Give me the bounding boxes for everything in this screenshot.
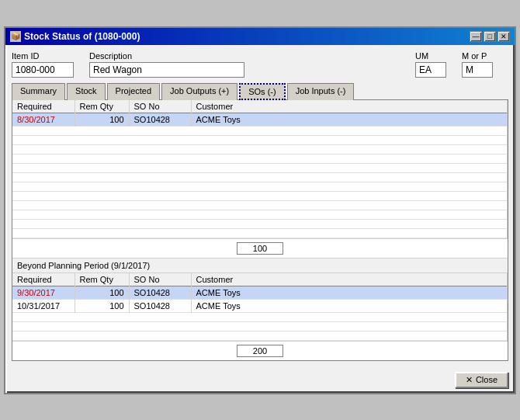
spacer-row3 [12, 144, 508, 154]
spacer-row8 [12, 191, 508, 200]
required-cell: 8/30/2017 [12, 113, 75, 126]
col-required-1: Required [12, 100, 75, 113]
spacer-row7 [12, 182, 508, 191]
table2-total: 200 [237, 345, 283, 357]
remqty-cell: 100 [75, 286, 129, 299]
col-required-2: Required [12, 273, 75, 286]
spacer-row10 [12, 210, 508, 219]
window-title: Stock Status of (1080-000) [24, 31, 140, 42]
col-customer-2: Customer [191, 273, 508, 286]
table1: Required Rem Qty SO No Customer 8/30/201… [12, 100, 508, 238]
remqty-cell: 100 [75, 113, 129, 126]
customer-cell: ACME Toys [191, 113, 508, 126]
header-fields: Item ID 1080-000 Description Red Wagon U… [12, 51, 508, 78]
title-bar-left: 📦 Stock Status of (1080-000) [10, 31, 140, 42]
tab-projected[interactable]: Projected [107, 83, 160, 100]
customer-cell: ACME Toys [191, 299, 508, 312]
item-id-label: Item ID [12, 51, 74, 61]
morp-group: M or P M [462, 51, 493, 78]
col-customer-1: Customer [191, 100, 508, 113]
col-remqty-1: Rem Qty [75, 100, 129, 113]
window-icon: 📦 [10, 31, 21, 42]
tab-sos[interactable]: SOs (-) [239, 83, 285, 100]
col-sono-1: SO No [129, 100, 191, 113]
table-row: 10/31/2017 100 SO10428 ACME Toys [12, 299, 508, 312]
customer-cell: ACME Toys [191, 286, 508, 299]
table1-header-row: Required Rem Qty SO No Customer [12, 100, 508, 113]
tab-summary[interactable]: Summary [12, 83, 65, 100]
um-group: UM EA [415, 51, 446, 78]
spacer-row9 [12, 200, 508, 210]
spacer-row12 [12, 228, 508, 238]
description-label: Description [89, 51, 244, 61]
spacer-row1b [12, 312, 508, 321]
sono-cell: SO10428 [129, 113, 191, 126]
table1-summary: 100 [12, 238, 508, 258]
required-cell: 9/30/2017 [12, 286, 75, 299]
spacer-row1 [12, 126, 508, 135]
table-row: 8/30/2017 100 SO10428 ACME Toys [12, 113, 508, 126]
spacer-row6 [12, 172, 508, 182]
col-remqty-2: Rem Qty [75, 273, 129, 286]
table2: Required Rem Qty SO No Customer 9/30/201… [12, 273, 508, 341]
close-button[interactable]: ✕ Close [455, 372, 508, 388]
close-label: Close [476, 375, 497, 384]
description-value: Red Wagon [89, 62, 244, 78]
content-area: Item ID 1080-000 Description Red Wagon U… [5, 45, 515, 367]
spacer-row5 [12, 163, 508, 172]
table-row: 9/30/2017 100 SO10428 ACME Toys [12, 286, 508, 299]
item-id-value: 1080-000 [12, 62, 74, 78]
close-button[interactable]: ✕ [497, 31, 510, 42]
table2-header-row: Required Rem Qty SO No Customer [12, 273, 508, 286]
minimize-button[interactable]: — [470, 31, 482, 42]
tab-job-outputs[interactable]: Job Outputs (+) [161, 83, 237, 100]
table1-section: Required Rem Qty SO No Customer 8/30/201… [12, 100, 508, 258]
tab-content: Required Rem Qty SO No Customer 8/30/201… [12, 99, 508, 361]
spacer-row4 [12, 154, 508, 163]
spacer-row3b [12, 331, 508, 340]
title-buttons: — □ ✕ [470, 31, 510, 42]
remqty-cell: 100 [75, 299, 129, 312]
item-id-group: Item ID 1080-000 [12, 51, 74, 78]
sono-cell: SO10428 [129, 286, 191, 299]
spacer-row11 [12, 219, 508, 228]
close-icon: ✕ [466, 375, 473, 385]
required-cell: 10/31/2017 [12, 299, 75, 312]
table1-total: 100 [237, 242, 283, 255]
um-label: UM [415, 51, 446, 61]
main-window: 📦 Stock Status of (1080-000) — □ ✕ Item … [4, 26, 516, 394]
description-group: Description Red Wagon [89, 51, 244, 78]
sono-cell: SO10428 [129, 299, 191, 312]
tab-bar: Summary Stock Projected Job Outputs (+) … [12, 82, 508, 99]
morp-label: M or P [462, 51, 493, 61]
spacer-row2 [12, 135, 508, 144]
table2-summary: 200 [12, 341, 508, 360]
tab-stock[interactable]: Stock [67, 83, 106, 100]
morp-value: M [462, 62, 493, 78]
beyond-planning-header: Beyond Planning Period (9/1/2017) [12, 258, 508, 273]
spacer-row2b [12, 321, 508, 331]
title-bar: 📦 Stock Status of (1080-000) — □ ✕ [5, 28, 515, 45]
table2-section: Required Rem Qty SO No Customer 9/30/201… [12, 273, 508, 360]
um-value: EA [415, 62, 446, 78]
maximize-button[interactable]: □ [484, 31, 496, 42]
col-sono-2: SO No [129, 273, 191, 286]
bottom-bar: ✕ Close [5, 367, 515, 393]
tab-job-inputs[interactable]: Job Inputs (-) [287, 83, 355, 100]
